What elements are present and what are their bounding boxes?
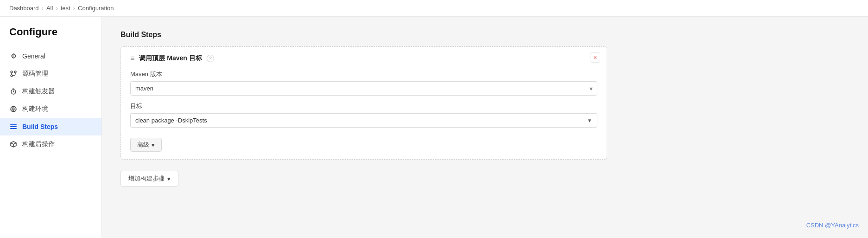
package-icon bbox=[9, 140, 18, 148]
close-button[interactable]: × bbox=[590, 52, 600, 63]
breadcrumb-all[interactable]: All bbox=[46, 5, 53, 12]
sidebar-label-build-env: 构建环境 bbox=[22, 105, 48, 113]
maven-version-select-wrapper: maven bbox=[130, 81, 597, 96]
target-input[interactable] bbox=[130, 113, 583, 128]
breadcrumb-sep-1: › bbox=[42, 5, 44, 12]
breadcrumb-sep-3: › bbox=[73, 5, 75, 12]
advanced-button[interactable]: 高级 ▾ bbox=[130, 138, 162, 152]
gear-icon: ⚙ bbox=[9, 52, 18, 60]
sidebar-label-source-management: 源码管理 bbox=[22, 70, 48, 78]
sidebar-item-build-env[interactable]: 构建环境 bbox=[0, 100, 101, 118]
sidebar-item-post-build[interactable]: 构建后操作 bbox=[0, 135, 101, 153]
breadcrumb-test[interactable]: test bbox=[61, 5, 70, 12]
help-icon[interactable]: ? bbox=[207, 55, 214, 62]
card-title: 调用顶层 Maven 目标 bbox=[139, 54, 202, 63]
sidebar-item-general[interactable]: ⚙ General bbox=[0, 47, 101, 65]
build-step-card: ≡ 调用顶层 Maven 目标 ? × Maven 版本 maven 目标 bbox=[120, 46, 607, 160]
sidebar-item-source-management[interactable]: 源码管理 bbox=[0, 65, 101, 83]
drag-handle-icon[interactable]: ≡ bbox=[130, 54, 134, 63]
globe-icon bbox=[9, 105, 18, 113]
list-icon bbox=[9, 122, 18, 131]
clock-icon bbox=[9, 87, 18, 96]
target-field-wrapper: ▾ bbox=[130, 113, 597, 128]
svg-point-1 bbox=[14, 71, 16, 73]
add-step-chevron-icon: ▾ bbox=[167, 175, 171, 182]
breadcrumb-bar: Dashboard › All › test › Configuration bbox=[0, 0, 868, 17]
main-content: Build Steps ≡ 调用顶层 Maven 目标 ? × Maven 版本… bbox=[102, 17, 868, 238]
add-build-step-button[interactable]: 增加构建步骤 ▾ bbox=[120, 171, 178, 187]
maven-version-label: Maven 版本 bbox=[130, 70, 597, 78]
breadcrumb-dashboard[interactable]: Dashboard bbox=[9, 5, 39, 12]
sidebar-title: Configure bbox=[0, 26, 101, 47]
maven-version-select[interactable]: maven bbox=[130, 81, 597, 96]
breadcrumb-current: Configuration bbox=[78, 5, 114, 12]
advanced-label: 高级 bbox=[137, 141, 149, 149]
target-label: 目标 bbox=[130, 102, 597, 110]
sidebar-item-build-steps[interactable]: Build Steps bbox=[0, 118, 101, 135]
svg-point-0 bbox=[11, 71, 13, 73]
sidebar: Configure ⚙ General 源码管理 bbox=[0, 17, 102, 238]
sidebar-label-build-steps: Build Steps bbox=[22, 123, 58, 130]
sidebar-item-build-triggers[interactable]: 构建触发器 bbox=[0, 83, 101, 100]
maven-version-group: Maven 版本 maven bbox=[130, 70, 597, 96]
card-header: ≡ 调用顶层 Maven 目标 ? bbox=[130, 54, 597, 63]
svg-rect-7 bbox=[10, 128, 17, 129]
main-layout: Configure ⚙ General 源码管理 bbox=[0, 17, 868, 238]
sidebar-label-general: General bbox=[22, 52, 45, 60]
svg-rect-6 bbox=[10, 126, 17, 127]
sidebar-label-build-triggers: 构建触发器 bbox=[22, 87, 55, 96]
sidebar-label-post-build: 构建后操作 bbox=[22, 140, 55, 148]
breadcrumb-sep-2: › bbox=[56, 5, 57, 12]
svg-rect-5 bbox=[10, 124, 17, 125]
target-group: 目标 ▾ bbox=[130, 102, 597, 128]
target-chevron-button[interactable]: ▾ bbox=[583, 113, 597, 128]
branch-icon bbox=[9, 70, 18, 78]
section-title: Build Steps bbox=[120, 31, 849, 39]
advanced-chevron-icon: ▾ bbox=[152, 142, 155, 148]
add-step-label: 增加构建步骤 bbox=[128, 174, 165, 183]
